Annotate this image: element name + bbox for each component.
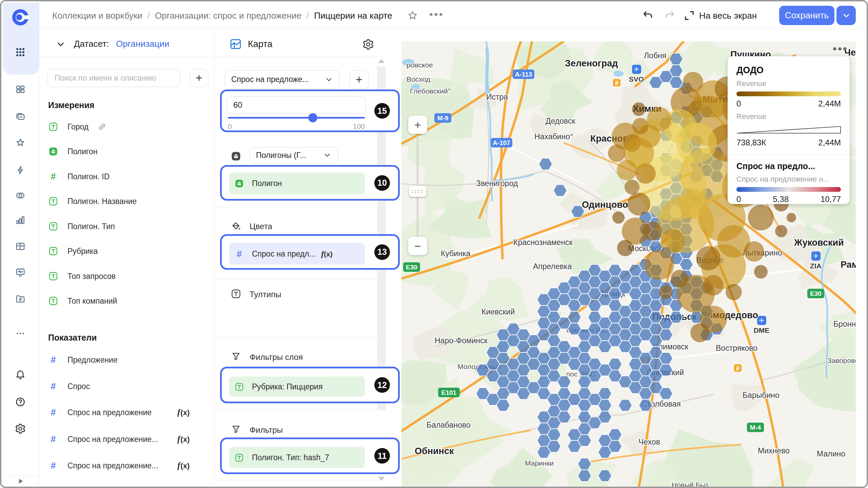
- legend-color-gradient: [736, 92, 841, 96]
- rail-files-icon[interactable]: [15, 293, 26, 304]
- legend-s3-max: 10,77: [821, 195, 841, 204]
- zoom-in-button[interactable]: +: [408, 116, 427, 134]
- fullscreen-icon[interactable]: [684, 10, 695, 21]
- annotation-badge-12: 12: [374, 377, 390, 393]
- town-label: Краснознаменск: [513, 238, 573, 247]
- chart-settings-gear-icon[interactable]: [362, 39, 374, 50]
- rail-help-icon[interactable]: [15, 396, 26, 407]
- annotation-badge-13: 13: [374, 244, 390, 260]
- measures-title: Показатели: [48, 333, 97, 343]
- opacity-slider[interactable]: [228, 117, 365, 119]
- number-field-icon: #: [48, 172, 58, 181]
- layer-filter-chip[interactable]: Рубрика: Пиццерия: [229, 377, 365, 397]
- polygon-field-chip[interactable]: Полигон: [229, 172, 365, 194]
- rail-charts-icon[interactable]: [15, 215, 26, 225]
- colors-bucket-icon: [231, 221, 241, 231]
- town-label: Маринки: [525, 459, 554, 467]
- layer-panel: Карта Спрос на предложе... 60 0100 15 По…: [214, 28, 401, 485]
- layer-measure-select[interactable]: Спрос на предложе...: [225, 70, 340, 89]
- dimension-item[interactable]: Город: [39, 119, 214, 134]
- undo-icon[interactable]: [642, 10, 654, 21]
- colors-field-group: # Спрос на предл... f(x) 13: [220, 234, 400, 270]
- rail-expand-icon[interactable]: [17, 477, 25, 485]
- rail-settings-icon[interactable]: [15, 423, 26, 434]
- datalens-logo[interactable]: [11, 8, 29, 26]
- redo-icon[interactable]: [664, 10, 675, 21]
- rail-favorites-icon[interactable]: [15, 137, 26, 148]
- formula-icon: f(x): [177, 461, 190, 470]
- measure-item[interactable]: # Предложение: [39, 352, 214, 367]
- measure-item[interactable]: # Спрос на предложение...f(x): [39, 432, 214, 447]
- save-button[interactable]: Сохранить: [779, 6, 834, 25]
- filter-chip[interactable]: Полигон. Тип: hash_7: [229, 447, 365, 468]
- svg-text:А-107: А-107: [493, 139, 510, 146]
- divider: [214, 279, 377, 280]
- town-label: ровское: [407, 61, 433, 69]
- dimension-item[interactable]: Топ компаний: [39, 293, 214, 308]
- map-canvas[interactable]: А-113М-9А-107Е30Е101М-4Е30✈SVO✈DME✈ZIA₽₽…: [401, 41, 856, 488]
- dimension-item[interactable]: Полигон: [39, 144, 214, 159]
- dimension-item[interactable]: Полигон. Тип: [39, 219, 214, 234]
- rail-notifications-icon[interactable]: [15, 369, 26, 380]
- svg-text:✈: ✈: [813, 253, 818, 260]
- measure-item[interactable]: # Спрос: [39, 379, 214, 394]
- services-grid-icon[interactable]: [15, 47, 26, 58]
- add-layer-button[interactable]: [350, 70, 369, 89]
- legend-s1-min: 0: [736, 99, 741, 108]
- zoom-out-button[interactable]: −: [408, 237, 427, 255]
- measure-item[interactable]: # Спрос на предложениеf(x): [39, 405, 214, 420]
- favorite-star-icon[interactable]: [407, 10, 418, 21]
- add-field-button[interactable]: [190, 69, 208, 87]
- field-label: Рубрика: [67, 247, 98, 256]
- rail-collections-icon[interactable]: [15, 111, 26, 122]
- town-label: Лобня: [644, 51, 666, 60]
- field-label: Город: [67, 122, 88, 131]
- opacity-slider-thumb[interactable]: [308, 113, 317, 122]
- dataset-collapse-icon[interactable]: [56, 39, 66, 49]
- fullscreen-label[interactable]: На весь экран: [699, 11, 757, 21]
- dimension-item[interactable]: Полигон. Название: [39, 194, 214, 209]
- map-chart-icon: [229, 38, 242, 50]
- dimension-item[interactable]: Рубрика: [39, 244, 214, 259]
- svg-text:М-4: М-4: [750, 424, 761, 431]
- geotype-select[interactable]: Полигоны (Г...: [250, 147, 338, 163]
- scroll-down-arrow[interactable]: [378, 477, 385, 481]
- svg-text:✈: ✈: [759, 317, 764, 324]
- field-search-input[interactable]: Поиск по имени и описанию: [47, 69, 180, 87]
- rail-dashboards-icon[interactable]: [15, 84, 26, 95]
- save-menu-button[interactable]: [836, 6, 856, 25]
- rail-quick-actions-icon[interactable]: [15, 165, 26, 176]
- svg-text:SVO: SVO: [629, 75, 644, 83]
- more-menu-icon[interactable]: •••: [429, 9, 441, 20]
- breadcrumb-workbook[interactable]: Организации: спрос и предложение: [155, 11, 301, 21]
- divider: [214, 410, 377, 410]
- field-label: Полигон. Тип: [67, 222, 115, 231]
- svg-text:Е101: Е101: [441, 389, 457, 396]
- dimension-item[interactable]: # Полигон. ID: [39, 169, 214, 184]
- rail-monitoring-icon[interactable]: [15, 267, 26, 278]
- svg-text:ZIA: ZIA: [810, 262, 822, 270]
- divider: [214, 337, 377, 337]
- rail-tables-icon[interactable]: [15, 241, 26, 252]
- dataset-name-link[interactable]: Организации: [116, 39, 169, 49]
- rail-more-icon[interactable]: [15, 328, 26, 339]
- rail-datasets-icon[interactable]: [15, 190, 26, 201]
- breadcrumb-collections[interactable]: Коллекции и воркбуки: [52, 11, 142, 21]
- town-label: Михнево: [758, 446, 790, 455]
- legend-s2-max: 2,44М: [818, 138, 841, 147]
- filter-group: Полигон. Тип: hash_7 11: [220, 438, 400, 474]
- scroll-up-arrow[interactable]: [378, 59, 385, 63]
- text-field-icon: [48, 246, 58, 256]
- left-rail: [3, 3, 39, 485]
- colors-field-chip[interactable]: # Спрос на предл... f(x): [229, 243, 365, 265]
- map-legend: ДОДО Revenue 02,44M Revenue 738,83К2,44М…: [728, 56, 850, 204]
- zoom-slider-handle[interactable]: [409, 186, 427, 197]
- colors-title: Цвета: [250, 222, 272, 231]
- dimensions-title: Измерения: [48, 100, 94, 110]
- map-options-icon[interactable]: •••: [833, 42, 848, 55]
- measure-item[interactable]: # Спрос на предложение...f(x): [39, 458, 214, 473]
- opacity-value-input[interactable]: 60: [227, 96, 366, 114]
- field-label: Топ запросов: [67, 272, 116, 281]
- chart-type-title: Карта: [248, 39, 272, 49]
- dimension-item[interactable]: Топ запросов: [39, 269, 214, 284]
